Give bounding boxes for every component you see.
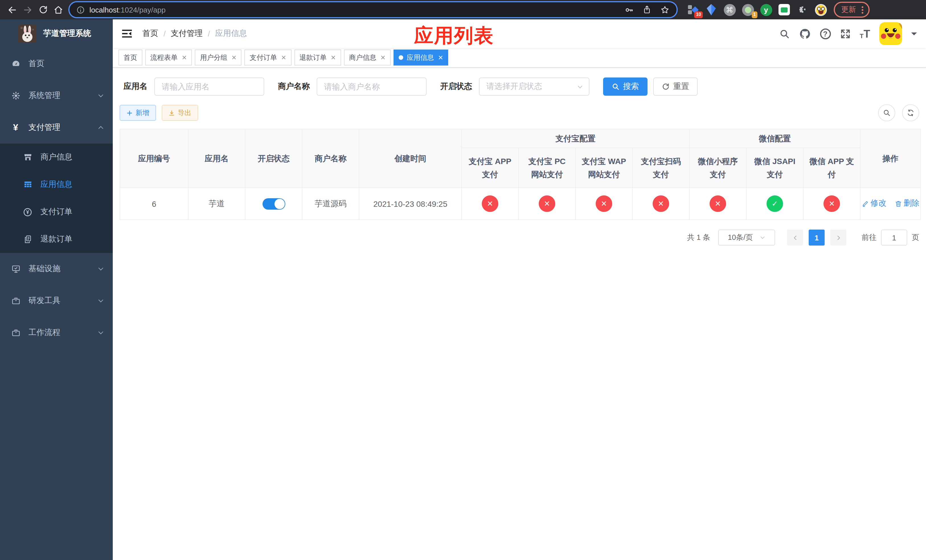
tag-user-group[interactable]: 用户分组✕ [195,50,242,65]
tag-home[interactable]: 首页 [118,50,142,65]
close-icon[interactable]: ✕ [331,54,336,61]
close-icon[interactable]: ✕ [281,54,286,61]
page-size-select[interactable]: 10条/页 [718,230,775,245]
toggle-search-button[interactable] [878,104,895,121]
close-icon[interactable]: ✕ [182,54,187,61]
refresh-table-button[interactable] [902,104,919,121]
breadcrumb-home[interactable]: 首页 [142,29,158,39]
tag-pay-orders[interactable]: 支付订单✕ [245,50,291,65]
kite-extension-icon[interactable] [705,3,717,16]
sidebar-item-label: 工作流程 [29,328,61,338]
emoji-extension-icon[interactable] [814,3,827,16]
chevron-left-icon [792,235,798,241]
search-button[interactable]: 搜索 [603,77,648,96]
user-avatar[interactable] [879,22,902,45]
sidebar-item-merchant-info[interactable]: 商户信息 [0,144,113,171]
browser-back-button[interactable] [5,2,20,17]
col-alipay-app: 支付宝 APP 支付 [461,148,519,188]
sidebar-item-payment[interactable]: ¥ 支付管理 [0,112,113,144]
bookmark-star-icon[interactable] [660,5,670,15]
col-wechat-mini: 微信小程序支付 [689,148,746,188]
edit-link[interactable]: 修改 [861,198,887,209]
status-alipay-app-icon: ✕ [482,195,498,212]
devtools-extension-icon[interactable]: 10 [687,3,699,16]
github-icon[interactable] [799,28,811,39]
table-row: 6 芋道 芋道源码 2021-10-23 08:49:25 ✕ ✕ ✕ ✕ ✕ … [120,188,921,219]
chat-extension-icon[interactable] [778,3,790,16]
sidebar-item-label: 商户信息 [41,152,72,162]
font-size-icon[interactable]: TT [859,28,870,39]
sidebar-item-label: 应用信息 [41,179,72,190]
chevron-down-icon [97,92,104,99]
header-search-icon[interactable] [779,28,790,39]
sidebar-item-infrastructure[interactable]: 基础设施 [0,253,113,285]
password-key-icon[interactable] [624,5,634,15]
yen-circle-icon [23,207,32,217]
refresh-icon [662,83,670,91]
y-extension-icon[interactable]: y [760,3,772,16]
address-bar[interactable]: localhost:1024/pay/app [68,1,678,18]
chevron-down-icon [97,329,104,336]
goto-page-input[interactable] [881,230,907,245]
sidebar-item-workflow[interactable]: 工作流程 [0,317,113,349]
delete-link[interactable]: 删除 [894,198,920,209]
add-button[interactable]: 新增 [120,105,156,121]
browser-toolbar: localhost:1024/pay/app 10 [0,0,926,20]
sidebar-item-refund-orders[interactable]: 退款订单 [0,226,113,253]
sidebar-item-home[interactable]: 首页 [0,48,113,80]
tag-process-form[interactable]: 流程表单✕ [145,50,192,65]
browser-reload-button[interactable] [35,2,51,17]
sidebar-item-label: 首页 [29,59,44,69]
sidebar-item-app-info[interactable]: 应用信息 [0,171,113,198]
merchant-name-input[interactable] [317,77,427,96]
proxy-badge: 1 [752,11,757,18]
close-icon[interactable]: ✕ [438,54,443,61]
app-name-input[interactable] [154,77,264,96]
export-button[interactable]: 导出 [162,105,198,121]
col-created: 创建时间 [359,129,461,188]
browser-forward-button[interactable] [20,2,35,17]
sidebar-logo[interactable]: 芋道管理系统 [0,20,113,48]
total-count: 共 1 条 [687,232,710,243]
fullscreen-icon[interactable] [840,28,850,39]
logo-rabbit-image [18,24,36,43]
enabled-toggle[interactable] [262,198,285,209]
breadcrumb: 首页 / 支付管理 / 应用信息 [142,29,247,39]
help-icon[interactable]: ? [820,28,831,39]
command-extension-icon[interactable]: ⌘ [723,3,736,16]
url-host: localhost [89,5,119,14]
site-info-icon[interactable] [76,5,85,14]
close-icon[interactable]: ✕ [380,54,386,61]
status-wechat-mini-icon: ✕ [710,195,726,212]
chrome-update-menu-button[interactable]: 更新 [834,2,870,18]
tag-app-info-active[interactable]: 应用信息✕ [393,50,448,65]
share-icon[interactable] [642,5,652,14]
table-toolbar: 新增 导出 [120,104,920,121]
sidebar-collapse-icon[interactable] [121,28,133,39]
cell-status [245,188,302,219]
proxy-extension-icon[interactable]: 1 [741,3,754,16]
briefcase-icon [11,328,21,337]
extensions-puzzle-icon[interactable] [796,3,809,16]
pagination: 共 1 条 10条/页 1 前往 页 [120,230,919,245]
chevron-up-icon [97,124,104,131]
prev-page-button[interactable] [787,230,803,245]
tag-refund-orders[interactable]: 退款订单✕ [294,50,341,65]
browser-home-button[interactable] [51,2,66,17]
tag-merchant-info[interactable]: 商户信息✕ [344,50,391,65]
payment-submenu: 商户信息 应用信息 支付订单 [0,144,113,253]
col-wechat-app: 微信 APP 支付 [803,148,860,188]
close-icon[interactable]: ✕ [231,54,236,61]
breadcrumb-payment[interactable]: 支付管理 [171,29,203,39]
kebab-menu-icon [862,6,863,14]
col-operations: 操作 [860,129,921,188]
reset-button[interactable]: 重置 [653,77,698,96]
search-icon [883,109,891,117]
status-select[interactable]: 请选择开启状态 [479,77,589,96]
sidebar-item-system[interactable]: 系统管理 [0,80,113,112]
avatar-caret-icon[interactable] [911,32,917,38]
sidebar-item-dev-tools[interactable]: 研发工具 [0,285,113,317]
sidebar-item-pay-orders[interactable]: 支付订单 [0,198,113,226]
next-page-button[interactable] [830,230,846,245]
page-number-1[interactable]: 1 [809,230,825,245]
